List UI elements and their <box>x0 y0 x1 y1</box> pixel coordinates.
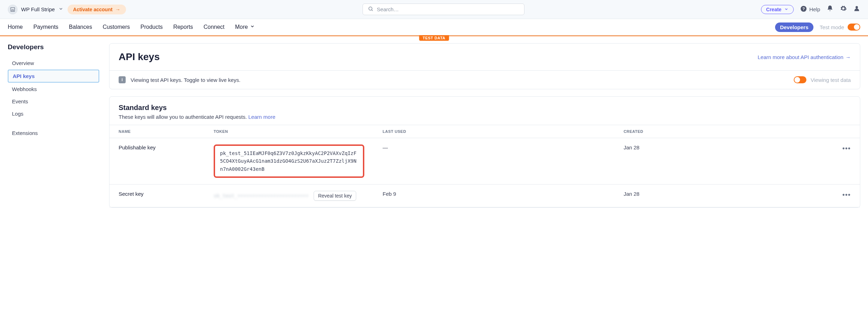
testmode-control: Test mode <box>820 24 860 31</box>
last-used: Feb 9 <box>373 185 615 207</box>
chevron-down-icon <box>58 6 63 12</box>
account-switcher[interactable]: WP Full Stripe <box>8 5 63 14</box>
sidebar-item-apikeys[interactable]: API keys <box>8 70 99 83</box>
page-header-card: API keys Learn more about API authentica… <box>109 43 860 89</box>
chevron-down-icon <box>250 24 255 30</box>
reveal-key-button[interactable]: Reveal test key <box>314 191 357 201</box>
nav-right: Developers Test mode <box>775 22 860 32</box>
col-actions <box>833 125 860 138</box>
keys-section-head: Standard keys These keys will allow you … <box>109 97 860 125</box>
nav-connect[interactable]: Connect <box>203 19 225 35</box>
learn-auth-label: Learn more about API authentication <box>757 54 843 60</box>
keys-section-desc: These keys will allow you to authenticat… <box>119 114 851 120</box>
nav-products[interactable]: Products <box>140 19 163 35</box>
col-name: NAME <box>109 125 205 138</box>
notice-right: Viewing test data <box>794 76 851 83</box>
search-icon <box>368 6 373 13</box>
developers-pill[interactable]: Developers <box>775 22 813 32</box>
store-icon <box>8 5 18 14</box>
notice-text: Viewing test API keys. Toggle to view li… <box>131 77 240 83</box>
sidebar: Developers Overview API keys Webhooks Ev… <box>8 43 99 215</box>
key-name: Publishable key <box>109 138 205 185</box>
gear-icon[interactable] <box>840 5 847 14</box>
nav-home[interactable]: Home <box>8 19 23 35</box>
sidebar-item-logs[interactable]: Logs <box>8 108 99 119</box>
token-cell: sk_test_•••••••••••••••••••••••• Reveal … <box>205 185 373 207</box>
search-wrap <box>130 4 757 15</box>
info-icon: i <box>119 76 126 83</box>
table-row: Publishable key pk_test_51IEaMJF0q6Z3V7z… <box>109 138 860 185</box>
nav-more[interactable]: More <box>235 19 255 35</box>
col-token: TOKEN <box>205 125 373 138</box>
topbar: WP Full Stripe Activate account → Create… <box>0 0 868 19</box>
notice-right-label: Viewing test data <box>811 77 851 83</box>
chevron-down-icon <box>784 7 788 12</box>
row-menu-icon[interactable]: ••• <box>842 191 851 199</box>
nav-balances[interactable]: Balances <box>69 19 92 35</box>
activate-account-button[interactable]: Activate account → <box>68 5 126 14</box>
arrow-right-icon: → <box>845 54 851 60</box>
svg-text:?: ? <box>803 6 805 11</box>
bell-icon[interactable] <box>826 5 834 14</box>
secret-hidden: sk_test_•••••••••••••••••••••••• <box>214 193 309 199</box>
svg-point-0 <box>369 7 372 10</box>
key-name: Secret key <box>109 185 205 207</box>
help-link[interactable]: ? Help <box>800 5 820 13</box>
page-title: API keys <box>119 51 160 63</box>
arrow-right-icon: → <box>115 7 120 12</box>
learn-auth-link[interactable]: Learn more about API authentication → <box>757 54 851 60</box>
notice-left: i Viewing test API keys. Toggle to view … <box>119 76 240 83</box>
view-test-toggle[interactable] <box>794 76 806 83</box>
test-data-badge: TEST DATA <box>419 35 449 41</box>
token-cell: pk_test_51IEaMJF0q6Z3V7z0JgkzKkyAC2P2VAX… <box>205 138 373 185</box>
sidebar-item-overview[interactable]: Overview <box>8 57 99 69</box>
create-label: Create <box>766 7 782 12</box>
activate-label: Activate account <box>73 7 113 12</box>
search-input[interactable] <box>377 6 519 12</box>
keys-section-title: Standard keys <box>119 104 851 112</box>
col-last-used: LAST USED <box>373 125 615 138</box>
search-box[interactable] <box>363 4 524 15</box>
created: Jan 28 <box>615 185 833 207</box>
topbar-right: Create ? Help <box>761 5 860 14</box>
col-created: CREATED <box>615 125 833 138</box>
help-icon: ? <box>800 5 807 13</box>
notice-row: i Viewing test API keys. Toggle to view … <box>109 71 860 89</box>
nav-customers[interactable]: Customers <box>103 19 130 35</box>
create-button[interactable]: Create <box>761 5 794 14</box>
main-content: API keys Learn more about API authentica… <box>109 43 860 215</box>
sidebar-item-extensions[interactable]: Extensions <box>8 127 99 139</box>
main-nav: Home Payments Balances Customers Product… <box>0 19 868 35</box>
sidebar-title: Developers <box>8 43 99 51</box>
keys-table: NAME TOKEN LAST USED CREATED Publishable… <box>109 125 860 207</box>
table-row: Secret key sk_test_•••••••••••••••••••••… <box>109 185 860 207</box>
layout: Developers Overview API keys Webhooks Ev… <box>0 36 868 215</box>
account-name: WP Full Stripe <box>21 6 55 12</box>
keys-learn-more-link[interactable]: Learn more <box>249 114 276 120</box>
nav-payments[interactable]: Payments <box>33 19 58 35</box>
testmode-label: Test mode <box>820 24 844 30</box>
sidebar-item-events[interactable]: Events <box>8 96 99 107</box>
created: Jan 28 <box>615 138 833 185</box>
svg-point-3 <box>856 6 858 8</box>
page-header: API keys Learn more about API authentica… <box>109 44 860 71</box>
testmode-toggle[interactable] <box>848 24 860 31</box>
nav-more-label: More <box>235 24 248 30</box>
keys-card: Standard keys These keys will allow you … <box>109 96 860 208</box>
publishable-token[interactable]: pk_test_51IEaMJF0q6Z3V7z0JgkzKkyAC2P2VAX… <box>214 144 364 178</box>
user-icon[interactable] <box>853 5 860 14</box>
nav-reports[interactable]: Reports <box>173 19 193 35</box>
last-used: — <box>373 138 615 185</box>
nav-tabs: Home Payments Balances Customers Product… <box>8 19 255 35</box>
keys-desc-text: These keys will allow you to authenticat… <box>119 114 247 120</box>
help-label: Help <box>809 6 820 12</box>
sidebar-item-webhooks[interactable]: Webhooks <box>8 83 99 95</box>
row-menu-icon[interactable]: ••• <box>842 144 851 152</box>
